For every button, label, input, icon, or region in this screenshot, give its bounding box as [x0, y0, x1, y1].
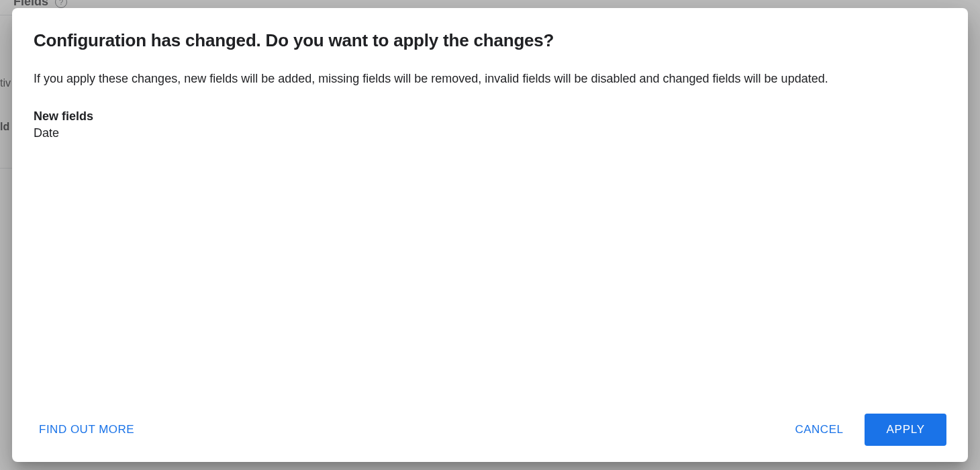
apply-button[interactable]: APPLY — [865, 414, 946, 446]
dialog-description: If you apply these changes, new fields w… — [34, 70, 946, 88]
dialog-title: Configuration has changed. Do you want t… — [34, 30, 946, 52]
new-fields-section: New fields Date — [34, 109, 946, 140]
dialog-content: Configuration has changed. Do you want t… — [34, 30, 946, 414]
cancel-button[interactable]: CANCEL — [789, 416, 848, 443]
find-out-more-button[interactable]: FIND OUT MORE — [34, 416, 140, 443]
confirmation-dialog: Configuration has changed. Do you want t… — [12, 8, 968, 462]
field-item: Date — [34, 126, 946, 140]
dialog-footer: FIND OUT MORE CANCEL APPLY — [34, 414, 946, 446]
new-fields-label: New fields — [34, 109, 946, 124]
